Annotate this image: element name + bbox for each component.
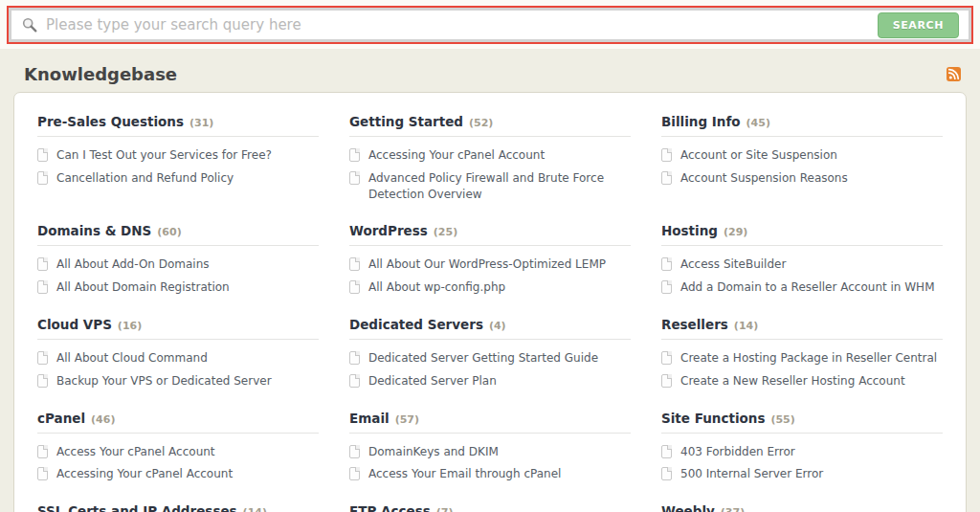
category-link[interactable]: Resellers (661, 317, 728, 332)
category-heading: Domains & DNS (60) (37, 211, 319, 246)
article-title: Backup Your VPS or Dedicated Server (56, 373, 272, 390)
category-count: (37) (721, 506, 745, 512)
category-dedicated-servers: Dedicated Servers (4) Dedicated Server G… (349, 305, 631, 399)
category-heading: Billing Info (45) (661, 102, 943, 137)
article-link[interactable]: All About Cloud Command (37, 347, 319, 370)
article-title: Access Your cPanel Account (56, 444, 215, 460)
knowledgebase-title-row: Knowledgebase (13, 53, 967, 92)
article-link[interactable]: Create a New Reseller Hosting Account (661, 370, 943, 393)
page-title: Knowledgebase (24, 64, 177, 84)
category-link[interactable]: Domains & DNS (37, 223, 151, 238)
category-billing-info: Billing Info (45) Account or Site Suspen… (661, 102, 943, 211)
category-heading: Pre-Sales Questions (31) (37, 102, 319, 137)
category-count: (25) (434, 226, 457, 238)
article-link[interactable]: Cancellation and Refund Policy (37, 167, 319, 190)
category-count: (46) (91, 413, 115, 426)
article-link[interactable]: Access SiteBuilder (661, 254, 943, 277)
category-heading: Email (57) (349, 399, 631, 434)
category-heading: cPanel (46) (37, 399, 319, 434)
article-title: Advanced Policy Firewall and Brute Force… (368, 170, 631, 203)
article-title: Dedicated Server Getting Started Guide (368, 350, 598, 367)
article-link[interactable]: All About Domain Registration (37, 277, 319, 300)
article-link[interactable]: Accessing Your cPanel Account (349, 145, 631, 167)
category-heading: FTP Access (7) (349, 492, 631, 512)
article-link[interactable]: Advanced Policy Firewall and Brute Force… (349, 167, 631, 207)
knowledgebase-section: Knowledgebase Pre-Sales Questions (31) (0, 49, 980, 512)
category-count: (29) (724, 226, 747, 238)
document-icon (37, 257, 48, 271)
article-link[interactable]: Dedicated Server Getting Started Guide (349, 347, 631, 370)
category-email: Email (57) DomainKeys and DKIM Access Yo… (349, 399, 631, 493)
document-icon (661, 257, 672, 271)
article-title: Account or Site Suspension (680, 147, 837, 164)
category-count: (45) (746, 117, 770, 129)
document-icon (349, 148, 360, 162)
category-site-functions: Site Functions (55) 403 Forbidden Error … (661, 399, 943, 493)
article-link[interactable]: 403 Forbidden Error (661, 441, 943, 464)
document-icon (661, 171, 672, 185)
category-link[interactable]: Hosting (661, 223, 718, 238)
article-link[interactable]: Access Your cPanel Account (37, 441, 319, 464)
article-title: Account Suspension Reasons (680, 170, 848, 187)
article-link[interactable]: Access Your Email through cPanel (349, 463, 631, 486)
knowledgebase-panel: Pre-Sales Questions (31) Can I Test Out … (13, 92, 967, 512)
category-link[interactable]: Dedicated Servers (349, 317, 483, 332)
article-link[interactable]: Account or Site Suspension (661, 145, 943, 167)
article-title: 403 Forbidden Error (680, 444, 795, 460)
article-link[interactable]: All About wp-config.php (349, 277, 631, 300)
article-link[interactable]: 500 Internal Server Error (661, 463, 943, 486)
category-heading: Site Functions (55) (661, 399, 943, 434)
category-link[interactable]: Billing Info (661, 114, 741, 129)
category-heading: Dedicated Servers (4) (349, 305, 631, 340)
document-icon (661, 280, 672, 294)
article-title: 500 Internal Server Error (680, 466, 823, 482)
search-input[interactable] (46, 16, 878, 33)
category-count: (55) (770, 413, 794, 426)
search-highlight-annotation: SEARCH (7, 6, 973, 44)
search-icon (21, 16, 38, 33)
search-button[interactable]: SEARCH (878, 12, 959, 38)
category-resellers: Resellers (14) Create a Hosting Package … (661, 305, 943, 399)
article-link[interactable]: DomainKeys and DKIM (349, 441, 631, 464)
article-link[interactable]: Accessing Your cPanel Account (37, 463, 319, 486)
category-link[interactable]: Pre-Sales Questions (37, 114, 184, 129)
category-link[interactable]: Email (349, 411, 390, 426)
document-icon (349, 445, 360, 458)
category-count: (52) (469, 117, 493, 129)
category-heading: WordPress (25) (349, 211, 631, 246)
category-link[interactable]: SSL Certs and IP Addresses (37, 503, 237, 512)
article-link[interactable]: Account Suspension Reasons (661, 167, 943, 190)
category-heading: Weebly (37) (661, 492, 943, 512)
category-link[interactable]: Getting Started (349, 114, 463, 129)
article-title: Accessing Your cPanel Account (56, 466, 233, 482)
category-link[interactable]: Site Functions (661, 411, 765, 426)
category-hosting: Hosting (29) Access SiteBuilder Add a Do… (661, 211, 943, 305)
category-ssl-certs-ip: SSL Certs and IP Addresses (14) All Abou… (37, 492, 319, 512)
article-link[interactable]: Create a Hosting Package in Reseller Cen… (661, 347, 943, 370)
category-link[interactable]: Weebly (661, 503, 715, 512)
article-title: Dedicated Server Plan (368, 373, 497, 390)
article-link[interactable]: All About Add-On Domains (37, 254, 319, 277)
document-icon (37, 148, 48, 162)
category-pre-sales-questions: Pre-Sales Questions (31) Can I Test Out … (37, 102, 319, 211)
category-link[interactable]: WordPress (349, 223, 428, 238)
article-link[interactable]: All About Our WordPress-Optimized LEMP (349, 254, 631, 277)
category-link[interactable]: cPanel (37, 411, 85, 426)
article-link[interactable]: Add a Domain to a Reseller Account in WH… (661, 277, 943, 300)
document-icon (661, 374, 672, 388)
category-getting-started: Getting Started (52) Accessing Your cPan… (349, 102, 631, 211)
article-link[interactable]: Dedicated Server Plan (349, 370, 631, 393)
category-count: (31) (189, 117, 213, 129)
document-icon (37, 467, 48, 480)
category-link[interactable]: Cloud VPS (37, 317, 112, 332)
category-heading: Getting Started (52) (349, 102, 631, 137)
article-title: Cancellation and Refund Policy (56, 170, 234, 187)
article-link[interactable]: Backup Your VPS or Dedicated Server (37, 370, 319, 393)
article-title: All About wp-config.php (368, 279, 505, 296)
article-link[interactable]: Can I Test Out your Services for Free? (37, 145, 319, 167)
category-link[interactable]: FTP Access (349, 503, 431, 512)
article-title: Add a Domain to a Reseller Account in WH… (680, 279, 935, 296)
category-count: (14) (734, 320, 758, 332)
rss-icon[interactable] (947, 67, 961, 81)
document-icon (37, 351, 48, 365)
